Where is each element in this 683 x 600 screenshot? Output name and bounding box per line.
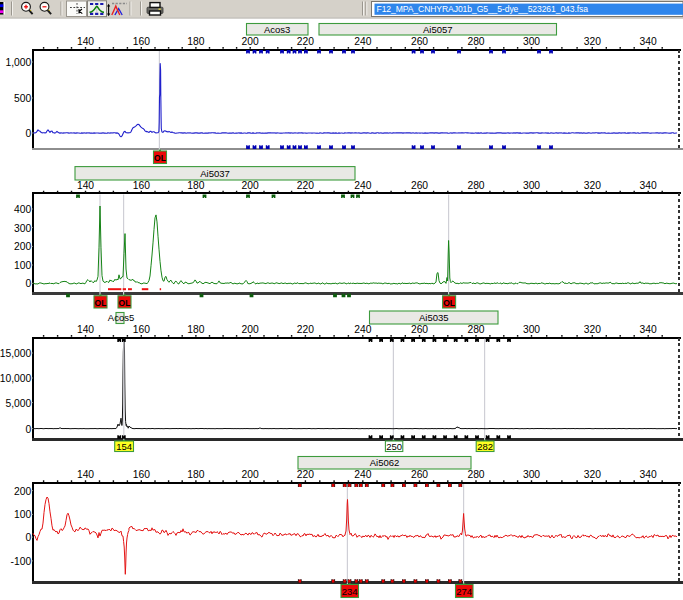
svg-text:154: 154 [116,441,132,452]
svg-text:Acos5: Acos5 [108,312,134,323]
svg-text:220: 220 [297,180,314,191]
svg-text:200: 200 [242,469,259,480]
svg-text:200: 200 [242,180,259,191]
svg-text:500: 500 [14,93,31,104]
svg-text:140: 140 [77,36,94,47]
svg-text:0: 0 [25,278,31,289]
svg-text:234: 234 [342,586,358,597]
svg-text:160: 160 [133,469,150,480]
svg-text:274: 274 [456,586,472,597]
svg-text:280: 280 [467,469,484,480]
svg-text:260: 260 [411,180,428,191]
svg-text:320: 320 [584,36,601,47]
svg-text:282: 282 [477,441,493,452]
svg-text:240: 240 [354,469,371,480]
svg-text:280: 280 [467,36,484,47]
svg-text:340: 340 [640,324,657,335]
svg-text:320: 320 [584,324,601,335]
svg-text:280: 280 [467,180,484,191]
svg-text:OL: OL [119,298,131,308]
svg-text:5,000: 5,000 [5,398,31,409]
svg-text:300: 300 [523,324,540,335]
svg-text:320: 320 [584,469,601,480]
svg-text:220: 220 [297,469,314,480]
svg-text:260: 260 [411,469,428,480]
svg-text:140: 140 [77,180,94,191]
svg-text:OL: OL [443,298,455,308]
svg-text:0: 0 [25,128,31,139]
svg-text:220: 220 [297,324,314,335]
svg-text:-100: -100 [11,556,32,567]
svg-text:300: 300 [14,223,31,234]
svg-text:200: 200 [242,324,259,335]
svg-text:320: 320 [584,180,601,191]
svg-text:OL: OL [154,153,166,163]
svg-text:Ai5035: Ai5035 [419,312,449,323]
svg-text:100: 100 [14,509,31,520]
svg-text:140: 140 [77,324,94,335]
svg-text:Ai5062: Ai5062 [370,457,400,468]
svg-text:240: 240 [354,324,371,335]
svg-text:280: 280 [467,324,484,335]
svg-text:240: 240 [354,180,371,191]
svg-text:160: 160 [133,324,150,335]
svg-text:240: 240 [354,36,371,47]
svg-text:260: 260 [411,324,428,335]
svg-text:0: 0 [25,532,31,543]
svg-text:300: 300 [523,469,540,480]
svg-text:260: 260 [411,36,428,47]
svg-text:140: 140 [77,469,94,480]
svg-text:180: 180 [187,324,204,335]
svg-text:15,000: 15,000 [0,348,31,359]
svg-text:340: 340 [640,36,657,47]
svg-text:Acos3: Acos3 [264,24,290,35]
svg-text:1,000: 1,000 [5,57,31,68]
svg-text:200: 200 [14,486,31,497]
svg-text:160: 160 [133,180,150,191]
svg-text:100: 100 [14,260,31,271]
svg-text:400: 400 [14,204,31,215]
svg-text:F12_MPA_CNHYRAJ01b_G5__5-dye__: F12_MPA_CNHYRAJ01b_G5__5-dye__523261_043… [377,4,589,14]
svg-text:340: 340 [640,469,657,480]
svg-text:340: 340 [640,180,657,191]
svg-text:180: 180 [187,469,204,480]
svg-text:300: 300 [523,180,540,191]
svg-text:300: 300 [523,36,540,47]
svg-text:0: 0 [25,424,31,435]
svg-text:180: 180 [187,180,204,191]
svg-text:OL: OL [95,298,107,308]
svg-text:200: 200 [242,36,259,47]
svg-text:Ai5057: Ai5057 [423,24,453,35]
svg-text:220: 220 [297,36,314,47]
svg-text:10,000: 10,000 [0,373,31,384]
svg-text:180: 180 [187,36,204,47]
svg-text:160: 160 [133,36,150,47]
svg-text:250: 250 [386,441,402,452]
svg-text:200: 200 [14,241,31,252]
svg-text:Ai5037: Ai5037 [200,168,230,179]
